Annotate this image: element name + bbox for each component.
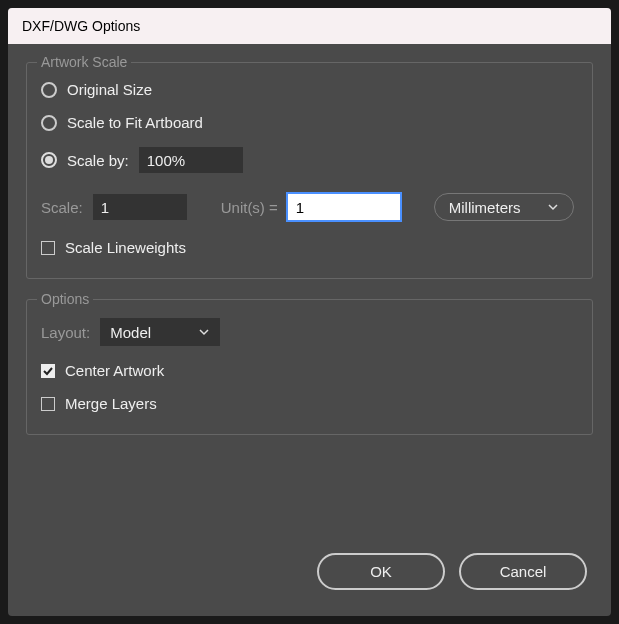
layout-select-value: Model (110, 324, 151, 341)
dialog-titlebar: DXF/DWG Options (8, 8, 611, 44)
dxf-dwg-options-dialog: DXF/DWG Options Artwork Scale Original S… (8, 8, 611, 616)
layout-select[interactable]: Model (100, 318, 220, 346)
scale-by-row[interactable]: Scale by: (41, 147, 578, 173)
scale-by-label: Scale by: (67, 152, 129, 169)
scale-by-input[interactable] (139, 147, 243, 173)
chevron-down-icon (547, 199, 559, 216)
layout-row: Layout: Model (41, 318, 578, 346)
layout-label: Layout: (41, 324, 90, 341)
units-input[interactable] (288, 194, 400, 220)
units-select-value: Millimeters (449, 199, 521, 216)
units-select[interactable]: Millimeters (434, 193, 574, 221)
artwork-scale-group: Artwork Scale Original Size Scale to Fit… (26, 62, 593, 279)
scale-input[interactable] (93, 194, 187, 220)
original-size-radio[interactable] (41, 82, 57, 98)
options-legend: Options (37, 291, 93, 307)
artwork-scale-legend: Artwork Scale (37, 54, 131, 70)
scale-units-row: Scale: Unit(s) = Millimeters (41, 193, 578, 221)
merge-layers-row[interactable]: Merge Layers (41, 395, 578, 412)
scale-to-fit-radio[interactable] (41, 115, 57, 131)
dialog-content: Artwork Scale Original Size Scale to Fit… (8, 44, 611, 616)
ok-button[interactable]: OK (317, 553, 445, 590)
original-size-row[interactable]: Original Size (41, 81, 578, 98)
dialog-title: DXF/DWG Options (22, 18, 140, 34)
scale-to-fit-label: Scale to Fit Artboard (67, 114, 203, 131)
center-artwork-checkbox[interactable] (41, 364, 55, 378)
center-artwork-row[interactable]: Center Artwork (41, 362, 578, 379)
scale-lineweights-label: Scale Lineweights (65, 239, 186, 256)
original-size-label: Original Size (67, 81, 152, 98)
options-group: Options Layout: Model Center Artwork (26, 299, 593, 435)
scale-lineweights-checkbox[interactable] (41, 241, 55, 255)
dialog-buttons: OK Cancel (26, 553, 593, 598)
units-label: Unit(s) = (221, 199, 278, 216)
merge-layers-checkbox[interactable] (41, 397, 55, 411)
scale-by-radio[interactable] (41, 152, 57, 168)
cancel-button[interactable]: Cancel (459, 553, 587, 590)
center-artwork-label: Center Artwork (65, 362, 164, 379)
scale-to-fit-row[interactable]: Scale to Fit Artboard (41, 114, 578, 131)
scale-lineweights-row[interactable]: Scale Lineweights (41, 239, 578, 256)
scale-label: Scale: (41, 199, 83, 216)
merge-layers-label: Merge Layers (65, 395, 157, 412)
chevron-down-icon (198, 324, 210, 341)
